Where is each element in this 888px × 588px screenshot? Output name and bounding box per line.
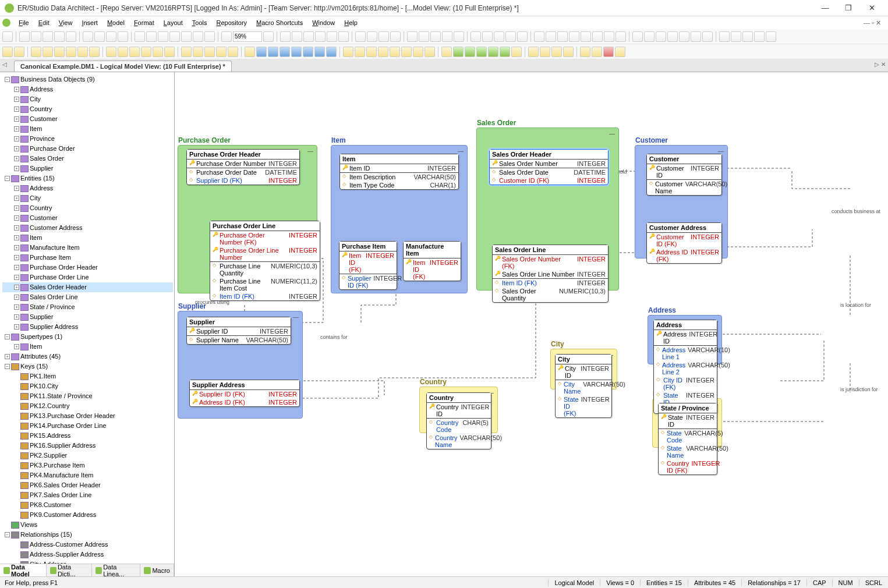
- tree-node[interactable]: +Sales Order Header: [2, 282, 173, 292]
- toolbar-button[interactable]: [754, 31, 765, 42]
- toolbar-button[interactable]: [505, 31, 516, 42]
- zoom-input[interactable]: [233, 31, 262, 42]
- tree-node[interactable]: +Address: [2, 84, 173, 94]
- expand-icon[interactable]: +: [14, 196, 19, 201]
- tree-node[interactable]: PK13.Purchase Order Header: [2, 411, 173, 421]
- expand-icon[interactable]: +: [14, 166, 19, 171]
- tree-node[interactable]: +Customer: [2, 213, 173, 223]
- tree-node[interactable]: +Purchase Item: [2, 253, 173, 263]
- toolbar-button[interactable]: [314, 47, 325, 57]
- toolbar-button[interactable]: [719, 31, 730, 42]
- tree-node[interactable]: Address-Customer Address: [2, 540, 173, 550]
- expand-icon[interactable]: +: [14, 324, 19, 330]
- expand-icon[interactable]: +: [14, 107, 19, 112]
- toolbar-button[interactable]: [292, 31, 302, 42]
- toolbar-button[interactable]: [742, 31, 753, 42]
- toolbar-button[interactable]: [204, 31, 215, 42]
- menu-window[interactable]: Window: [307, 18, 339, 27]
- toolbar-button[interactable]: [581, 31, 591, 42]
- tree-node[interactable]: +Supplier: [2, 164, 173, 173]
- tree-node[interactable]: +Customer Address: [2, 223, 173, 233]
- toolbar-button[interactable]: [129, 47, 140, 57]
- toolbar-button[interactable]: [355, 31, 366, 42]
- toolbar-button[interactable]: [343, 47, 353, 57]
- expand-icon[interactable]: +: [14, 255, 19, 260]
- toolbar-button[interactable]: [632, 31, 643, 42]
- entity-pitem[interactable]: Purchase Item🔑Item ID (FK)INTEGER◇Suppli…: [339, 241, 397, 290]
- explorer-tab[interactable]: Data Model: [0, 564, 47, 576]
- menu-macro-shortcuts[interactable]: Macro Shortcuts: [252, 18, 307, 27]
- tree-node[interactable]: +Supplier Address: [2, 322, 173, 332]
- tree-node[interactable]: PK14.Purchase Order Line: [2, 421, 173, 431]
- expand-icon[interactable]: −: [5, 532, 10, 537]
- toolbar-button[interactable]: [731, 31, 741, 42]
- toolbar-button[interactable]: [77, 47, 88, 57]
- entity-poh[interactable]: Purchase Order Header🔑Purchase Order Num…: [186, 149, 300, 185]
- tree-node[interactable]: +Item: [2, 233, 173, 243]
- tree-node[interactable]: PK16.Supplier Address: [2, 441, 173, 451]
- tree-node[interactable]: +Item: [2, 342, 173, 352]
- entity-supp[interactable]: Supplier🔑Supplier IDINTEGER◇Supplier Nam…: [186, 317, 291, 345]
- entity-city[interactable]: City🔑City IDINTEGER◇City NameVARCHAR(50)…: [555, 354, 612, 418]
- toolbar-button[interactable]: [603, 47, 614, 57]
- entity-item[interactable]: Item🔑Item IDINTEGER◇Item DescriptionVARC…: [339, 154, 459, 190]
- collapse-icon[interactable]: —: [293, 314, 299, 320]
- tree-node[interactable]: +Attributes (45): [2, 352, 173, 362]
- menu-format[interactable]: Format: [129, 18, 159, 27]
- toolbar-button[interactable]: [378, 47, 388, 57]
- toolbar-button[interactable]: [66, 47, 76, 57]
- toolbar-button[interactable]: [488, 47, 498, 57]
- tree-node[interactable]: −Entities (15): [2, 173, 173, 183]
- toolbar-button[interactable]: [327, 31, 337, 42]
- expand-icon[interactable]: +: [14, 156, 19, 161]
- expand-icon[interactable]: +: [14, 235, 19, 240]
- toolbar-button[interactable]: [482, 31, 493, 42]
- entity-cust[interactable]: Customer🔑Customer IDINTEGER◇Customer Nam…: [646, 154, 722, 196]
- toolbar-button[interactable]: [407, 31, 418, 42]
- toolbar-button[interactable]: [528, 47, 539, 57]
- toolbar-button[interactable]: [2, 47, 13, 57]
- expand-icon[interactable]: +: [5, 354, 10, 359]
- tab-nav-right[interactable]: ▷ ✕: [875, 61, 886, 68]
- toolbar-button[interactable]: [644, 31, 654, 42]
- toolbar-button[interactable]: [326, 47, 337, 57]
- tree-node[interactable]: +Sales Order: [2, 154, 173, 164]
- tree-node[interactable]: PK4.Manufacture Item: [2, 470, 173, 480]
- collapse-icon[interactable]: —: [307, 148, 313, 154]
- menu-model[interactable]: Model: [102, 18, 129, 27]
- entity-prov[interactable]: State / Province🔑State IDINTEGER◇State C…: [658, 403, 717, 475]
- toolbar-button[interactable]: [54, 31, 65, 42]
- expand-icon[interactable]: −: [5, 364, 10, 369]
- toolbar-button[interactable]: [193, 47, 203, 57]
- toolbar-button[interactable]: [470, 31, 481, 42]
- toolbar-button[interactable]: [667, 31, 678, 42]
- entity-pol[interactable]: Purchase Order Line🔑Purchase Order Numbe…: [210, 221, 320, 301]
- expand-icon[interactable]: +: [14, 146, 19, 151]
- toolbar-button[interactable]: [569, 31, 579, 42]
- maximize-button[interactable]: ❐: [837, 3, 860, 12]
- toolbar-button[interactable]: [592, 31, 603, 42]
- tree-node[interactable]: +Province: [2, 134, 173, 144]
- tree-node[interactable]: +Item: [2, 124, 173, 134]
- toolbar-button[interactable]: [54, 47, 65, 57]
- expand-icon[interactable]: −: [5, 176, 10, 181]
- expand-icon[interactable]: +: [14, 304, 19, 310]
- menu-insert[interactable]: Insert: [77, 18, 102, 27]
- toolbar-button[interactable]: [551, 47, 562, 57]
- tree-node[interactable]: +Customer: [2, 114, 173, 124]
- toolbar-button[interactable]: [413, 47, 423, 57]
- menu-file[interactable]: File: [14, 18, 34, 27]
- toolbar-button[interactable]: [424, 47, 435, 57]
- expand-icon[interactable]: +: [14, 206, 19, 211]
- minimize-button[interactable]: —: [813, 3, 837, 12]
- tree-node[interactable]: PK6.Sales Order Header: [2, 480, 173, 490]
- toolbar-button[interactable]: [256, 47, 267, 57]
- collapse-icon[interactable]: —: [609, 130, 615, 137]
- toolbar-button[interactable]: [378, 31, 389, 42]
- toolbar-button[interactable]: [303, 47, 313, 57]
- expand-icon[interactable]: −: [5, 334, 10, 339]
- toolbar-button[interactable]: [193, 31, 203, 42]
- expand-icon[interactable]: +: [14, 295, 19, 300]
- toolbar-button[interactable]: [338, 31, 349, 42]
- toolbar-button[interactable]: [268, 47, 278, 57]
